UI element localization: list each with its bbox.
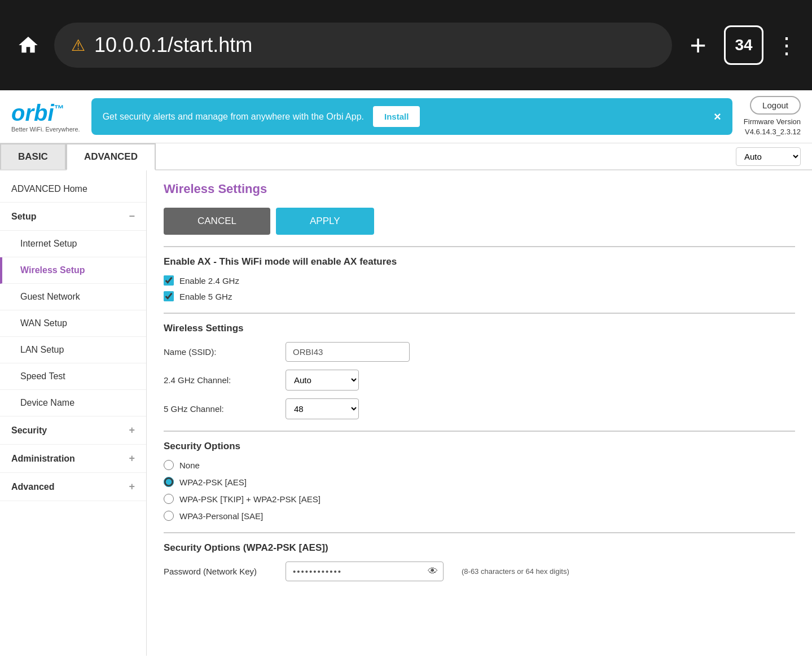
ssid-input[interactable] (286, 342, 410, 362)
ssid-row: Name (SSID): (164, 342, 795, 362)
security-none-radio[interactable] (164, 460, 174, 470)
password-label: Password (Network Key) (164, 567, 276, 576)
security-wpa-psk-label: WPA-PSK [TKIP] + WPA2-PSK [AES] (179, 494, 321, 504)
language-select[interactable]: Auto English French German Spanish (736, 147, 801, 166)
firmware-info: Firmware Version V4.6.14.3_2.3.12 (744, 117, 801, 137)
browser-home-button[interactable] (11, 28, 45, 62)
security-wpa-psk-radio[interactable] (164, 494, 174, 504)
sidebar-item-wireless-setup[interactable]: Wireless Setup (0, 257, 146, 284)
security-wpa3-radio[interactable] (164, 511, 174, 521)
logout-button[interactable]: Logout (750, 96, 801, 115)
security-wpa2-radio[interactable] (164, 477, 174, 487)
enable-24ghz-checkbox[interactable] (164, 275, 174, 286)
divider-2 (164, 313, 795, 314)
sidebar-item-device-name[interactable]: Device Name (0, 390, 146, 416)
page-wrapper: orbi™ Better WiFi. Everywhere. Get secur… (0, 90, 812, 658)
password-row: Password (Network Key) 👁 (8-63 character… (164, 562, 795, 581)
tab-basic[interactable]: BASIC (0, 143, 66, 169)
sidebar-item-lan-setup[interactable]: LAN Setup (0, 337, 146, 363)
sidebar-item-advanced-home[interactable]: ADVANCED Home (0, 176, 146, 203)
sidebar-advanced-expand-icon: + (129, 481, 135, 493)
security-wpa2-title: Security Options (WPA2-PSK [AES]) (164, 542, 795, 554)
logo-tagline: Better WiFi. Everywhere. (11, 126, 80, 133)
sidebar-item-internet-setup[interactable]: Internet Setup (0, 231, 146, 257)
enable-24ghz-label: Enable 2.4 GHz (179, 276, 239, 286)
banner-close-button[interactable]: × (714, 109, 721, 124)
divider-1 (164, 246, 795, 247)
tab-bar: BASIC ADVANCED Auto English French Germa… (0, 143, 812, 170)
enable-5ghz-label: Enable 5 GHz (179, 292, 232, 301)
password-toggle-eye-icon[interactable]: 👁 (428, 565, 438, 577)
sidebar-item-advanced[interactable]: Advanced + (0, 473, 146, 501)
wireless-settings-section: Wireless Settings Name (SSID): 2.4 GHz C… (164, 323, 795, 419)
security-wpa2-section: Security Options (WPA2-PSK [AES]) Passwo… (164, 542, 795, 581)
sidebar-item-setup[interactable]: Setup − (0, 203, 146, 231)
enable-5ghz-row: Enable 5 GHz (164, 291, 795, 301)
sidebar-item-wan-setup[interactable]: WAN Setup (0, 310, 146, 337)
channel-5-label: 5 GHz Channel: (164, 404, 276, 414)
page-header: orbi™ Better WiFi. Everywhere. Get secur… (0, 90, 812, 143)
channel-5-select[interactable]: 48 36 40 44 52 (286, 398, 359, 419)
enable-ax-section: Enable AX - This WiFi mode will enable A… (164, 256, 795, 301)
content-area: Wireless Settings CANCEL APPLY Enable AX… (147, 170, 812, 656)
security-wpa-psk-row: WPA-PSK [TKIP] + WPA2-PSK [AES] (164, 494, 795, 504)
sidebar-item-speed-test[interactable]: Speed Test (0, 363, 146, 390)
divider-4 (164, 532, 795, 533)
banner-text: Get security alerts and manage from anyw… (103, 112, 364, 122)
action-buttons-row: CANCEL APPLY (164, 208, 795, 235)
security-wpa2-label: WPA2-PSK [AES] (179, 477, 247, 487)
channel-24-label: 2.4 GHz Channel: (164, 375, 276, 385)
sidebar-security-expand-icon: + (129, 424, 135, 436)
firmware-version: V4.6.14.3_2.3.12 (744, 127, 801, 137)
security-none-label: None (179, 460, 200, 470)
ssid-label: Name (SSID): (164, 347, 276, 357)
browser-url-text: 10.0.0.1/start.htm (94, 33, 252, 57)
security-options-section: Security Options None WPA2-PSK [AES] WPA… (164, 441, 795, 521)
channel-5-row: 5 GHz Channel: 48 36 40 44 52 (164, 398, 795, 419)
password-hint: (8-63 characters or 64 hex digits) (462, 567, 569, 576)
channel-24-row: 2.4 GHz Channel: Auto (164, 370, 795, 391)
sidebar: ADVANCED Home Setup − Internet Setup Wir… (0, 170, 147, 656)
security-options-title: Security Options (164, 441, 795, 452)
browser-address-bar[interactable]: ⚠ 10.0.0.1/start.htm (54, 23, 672, 68)
warning-icon: ⚠ (71, 36, 85, 55)
security-wpa3-row: WPA3-Personal [SAE] (164, 511, 795, 521)
banner-install-button[interactable]: Install (373, 106, 420, 127)
enable-ax-title: Enable AX - This WiFi mode will enable A… (164, 256, 795, 267)
security-wpa2-row: WPA2-PSK [AES] (164, 477, 795, 487)
main-layout: ADVANCED Home Setup − Internet Setup Wir… (0, 170, 812, 656)
sidebar-item-security[interactable]: Security + (0, 416, 146, 445)
orbi-logo: orbi™ Better WiFi. Everywhere. (11, 101, 80, 133)
page-title: Wireless Settings (164, 182, 795, 196)
header-banner: Get security alerts and manage from anyw… (91, 98, 732, 135)
password-wrapper: 👁 (286, 562, 444, 581)
security-wpa3-label: WPA3-Personal [SAE] (179, 511, 263, 521)
browser-chrome: ⚠ 10.0.0.1/start.htm + 34 ⋮ (0, 0, 812, 90)
channel-24-select[interactable]: Auto (286, 370, 359, 391)
firmware-label: Firmware Version (744, 117, 801, 127)
cancel-button[interactable]: CANCEL (164, 208, 270, 235)
enable-5ghz-checkbox[interactable] (164, 291, 174, 301)
logo-text: orbi™ (11, 101, 64, 125)
sidebar-item-guest-network[interactable]: Guest Network (0, 284, 146, 310)
wireless-settings-title: Wireless Settings (164, 323, 795, 334)
enable-24ghz-row: Enable 2.4 GHz (164, 275, 795, 286)
sidebar-item-administration[interactable]: Administration + (0, 445, 146, 473)
language-select-wrapper: Auto English French German Spanish (736, 147, 801, 166)
header-right: Logout Firmware Version V4.6.14.3_2.3.12 (744, 96, 801, 137)
browser-tabs-count[interactable]: 34 (724, 25, 763, 65)
browser-add-tab-button[interactable]: + (681, 28, 715, 62)
sidebar-administration-expand-icon: + (129, 453, 135, 464)
sidebar-setup-collapse-icon: − (129, 210, 135, 222)
browser-menu-button[interactable]: ⋮ (773, 31, 801, 59)
tab-advanced[interactable]: ADVANCED (66, 143, 156, 170)
apply-button[interactable]: APPLY (276, 208, 374, 235)
divider-3 (164, 431, 795, 432)
security-none-row: None (164, 460, 795, 470)
password-input[interactable] (286, 562, 444, 581)
